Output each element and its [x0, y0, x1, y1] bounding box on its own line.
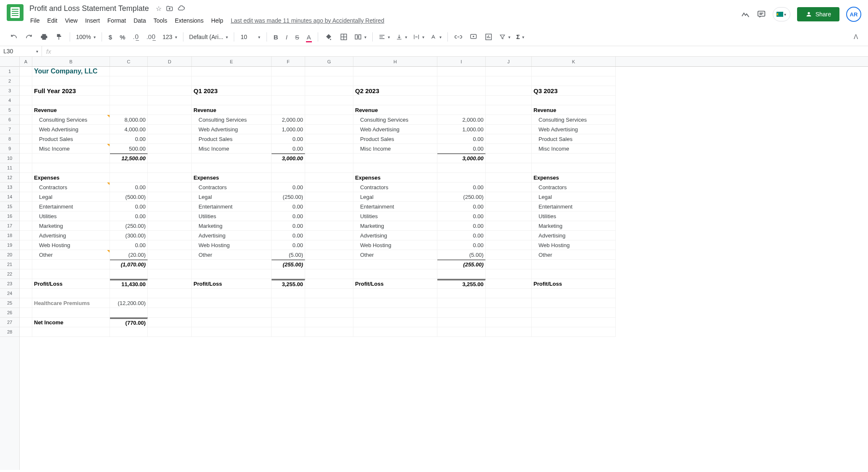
cell[interactable]: Marketing: [532, 221, 616, 231]
cell[interactable]: 1,000.00: [272, 125, 305, 134]
cell[interactable]: [305, 115, 353, 125]
meet-icon[interactable]: ▾: [773, 7, 790, 21]
cell[interactable]: [192, 163, 272, 173]
cell[interactable]: [437, 269, 486, 279]
cell[interactable]: [148, 192, 192, 202]
row-header[interactable]: 14: [0, 192, 19, 202]
row-header[interactable]: 10: [0, 154, 19, 163]
cell[interactable]: [32, 96, 110, 105]
cell[interactable]: 0.00: [272, 183, 305, 192]
cell[interactable]: [486, 105, 532, 115]
cell[interactable]: [272, 308, 305, 318]
cell[interactable]: [486, 67, 532, 76]
cell[interactable]: [20, 86, 32, 96]
cell[interactable]: Full Year 2023: [32, 86, 110, 96]
cell[interactable]: (770.00): [110, 318, 148, 327]
cell[interactable]: [305, 86, 353, 96]
text-rotation-select[interactable]: ▾: [428, 32, 444, 42]
col-header-F[interactable]: F: [272, 57, 305, 66]
text-wrap-select[interactable]: ▾: [410, 32, 427, 42]
cell[interactable]: [305, 318, 353, 327]
redo-icon[interactable]: [22, 31, 36, 43]
row-header[interactable]: 26: [0, 308, 19, 318]
cell[interactable]: Healthcare Premiums: [32, 298, 110, 308]
cell[interactable]: Advertising: [32, 231, 110, 240]
cell[interactable]: Your Company, LLC: [32, 67, 110, 76]
cell[interactable]: (5.00): [272, 250, 305, 260]
cell[interactable]: [148, 134, 192, 144]
cell[interactable]: [532, 163, 616, 173]
cell[interactable]: [110, 327, 148, 337]
cell[interactable]: [20, 318, 32, 327]
cell[interactable]: [486, 221, 532, 231]
filter-select[interactable]: ▾: [497, 32, 513, 42]
cell[interactable]: 0.00: [110, 202, 148, 211]
cell[interactable]: [305, 298, 353, 308]
cell[interactable]: Misc Income: [353, 144, 437, 154]
row-header[interactable]: 19: [0, 240, 19, 250]
cell[interactable]: (250.00): [110, 221, 148, 231]
insert-comment-icon[interactable]: [466, 31, 481, 43]
cell[interactable]: 3,000.00: [437, 154, 486, 163]
cell[interactable]: [20, 221, 32, 231]
row-header[interactable]: 2: [0, 76, 19, 86]
cell[interactable]: [353, 96, 437, 105]
cell[interactable]: 500.00: [110, 144, 148, 154]
cell[interactable]: [20, 163, 32, 173]
cell[interactable]: [148, 115, 192, 125]
cell[interactable]: Expenses: [32, 173, 110, 183]
cell[interactable]: [148, 279, 192, 289]
cell[interactable]: [20, 260, 32, 269]
cell[interactable]: [272, 76, 305, 86]
cell[interactable]: [192, 318, 272, 327]
cell[interactable]: [32, 76, 110, 86]
cell[interactable]: [437, 163, 486, 173]
merge-cells-select[interactable]: ▾: [352, 31, 369, 42]
cell[interactable]: [486, 183, 532, 192]
cell[interactable]: [192, 298, 272, 308]
cell[interactable]: [437, 173, 486, 183]
name-box[interactable]: L30▾: [0, 46, 42, 56]
cell[interactable]: [20, 115, 32, 125]
cell[interactable]: [148, 240, 192, 250]
cell[interactable]: [148, 202, 192, 211]
cell[interactable]: [272, 318, 305, 327]
undo-icon[interactable]: [7, 31, 21, 43]
cell[interactable]: Consulting Services: [32, 115, 110, 125]
cell[interactable]: [20, 96, 32, 105]
menu-format[interactable]: Format: [104, 16, 129, 26]
cell[interactable]: [148, 269, 192, 279]
cell[interactable]: [305, 96, 353, 105]
cell[interactable]: 3,255.00: [272, 279, 305, 289]
account-avatar[interactable]: AR: [846, 7, 861, 22]
cell[interactable]: [305, 327, 353, 337]
cell[interactable]: [353, 67, 437, 76]
cell[interactable]: [148, 105, 192, 115]
cell[interactable]: 0.00: [437, 202, 486, 211]
cell[interactable]: (250.00): [437, 192, 486, 202]
cell[interactable]: [437, 67, 486, 76]
cell[interactable]: Q2 2023: [353, 86, 437, 96]
cell[interactable]: [437, 76, 486, 86]
cell[interactable]: [32, 260, 110, 269]
cell[interactable]: Other: [32, 250, 110, 260]
cell[interactable]: 0.00: [272, 144, 305, 154]
cell[interactable]: Misc Income: [32, 144, 110, 154]
col-header-G[interactable]: G: [305, 57, 353, 66]
cell[interactable]: 0.00: [437, 144, 486, 154]
cell[interactable]: [486, 134, 532, 144]
zoom-select[interactable]: 100%▾: [73, 32, 98, 42]
cell[interactable]: Marketing: [192, 221, 272, 231]
cell[interactable]: [532, 154, 616, 163]
cell[interactable]: [110, 269, 148, 279]
cell[interactable]: Q3 2023: [532, 86, 616, 96]
row-header[interactable]: 3: [0, 86, 19, 96]
cell[interactable]: (500.00): [110, 192, 148, 202]
cell[interactable]: [486, 318, 532, 327]
cell[interactable]: [486, 86, 532, 96]
col-header-B[interactable]: B: [32, 57, 110, 66]
cell[interactable]: [532, 308, 616, 318]
cell[interactable]: [305, 250, 353, 260]
cell[interactable]: [486, 173, 532, 183]
row-header[interactable]: 18: [0, 231, 19, 240]
